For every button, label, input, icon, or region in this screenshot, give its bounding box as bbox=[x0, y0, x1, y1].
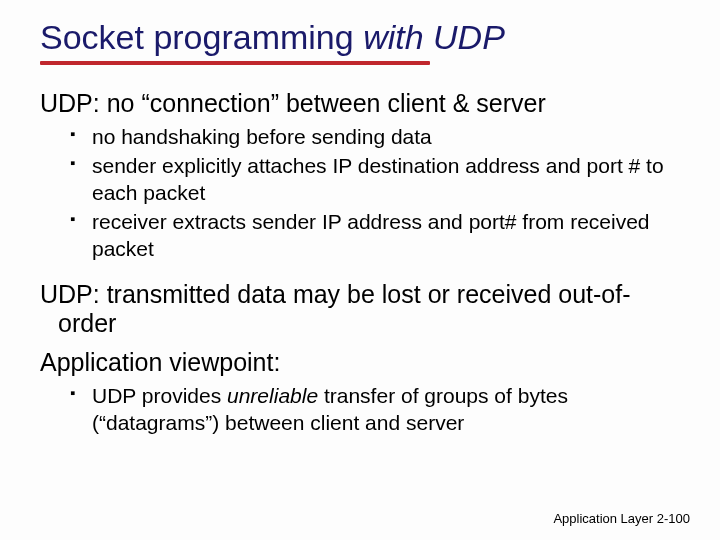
subheading-3: Application viewpoint: bbox=[40, 348, 680, 377]
list-item: receiver extracts sender IP address and … bbox=[70, 209, 680, 263]
slide: Socket programming with UDP UDP: no “con… bbox=[0, 0, 720, 437]
bullet-list-1: no handshaking before sending data sende… bbox=[40, 124, 680, 262]
title-underline bbox=[40, 61, 430, 65]
title-text-a: Socket programming bbox=[40, 18, 363, 56]
bullet-text-b: unreliable bbox=[227, 384, 318, 407]
bullet-text-a: UDP provides bbox=[92, 384, 227, 407]
list-item: UDP provides unreliable transfer of grou… bbox=[70, 383, 680, 437]
title-text-b: with UDP bbox=[363, 18, 505, 56]
bullet-list-2: UDP provides unreliable transfer of grou… bbox=[40, 383, 680, 437]
list-item: sender explicitly attaches IP destinatio… bbox=[70, 153, 680, 207]
slide-title: Socket programming with UDP bbox=[40, 18, 680, 57]
footer: Application Layer 2-100 bbox=[553, 511, 690, 526]
subheading-2: UDP: transmitted data may be lost or rec… bbox=[40, 280, 680, 338]
footer-page: 2-100 bbox=[657, 511, 690, 526]
footer-label: Application Layer bbox=[553, 511, 653, 526]
list-item: no handshaking before sending data bbox=[70, 124, 680, 151]
subheading-1: UDP: no “connection” between client & se… bbox=[40, 89, 680, 118]
